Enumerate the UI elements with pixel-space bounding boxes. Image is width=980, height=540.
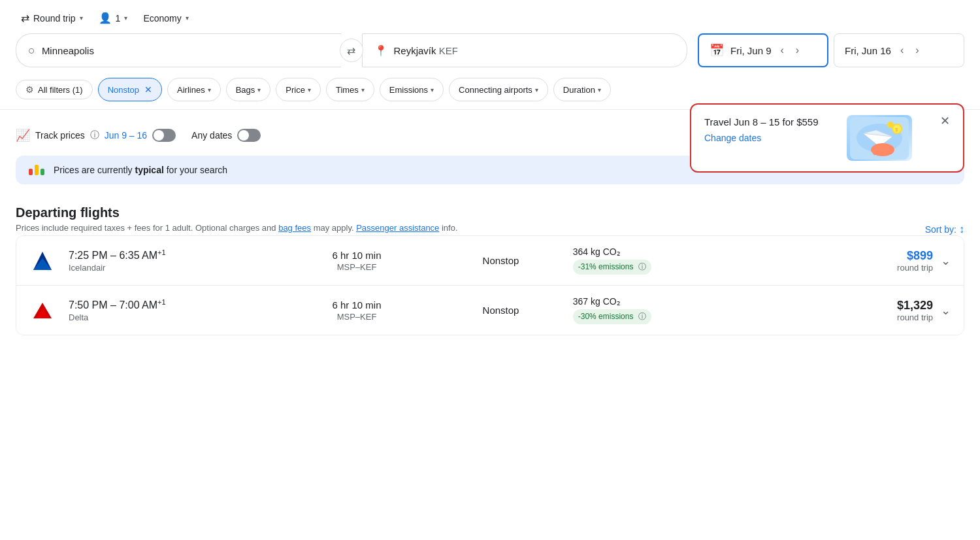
flight-2-duration: 6 hr 10 min MSP–KEF	[285, 299, 429, 322]
flight-1-stops: Nonstop	[429, 255, 573, 266]
flight-2-expand-button[interactable]: ⌄	[941, 303, 951, 318]
sort-icon: ↕	[959, 224, 964, 235]
svg-marker-14	[33, 258, 52, 270]
prices-highlight: typical	[135, 165, 163, 175]
calendar-icon: 📅	[710, 43, 724, 58]
emissions-filter-button[interactable]: Emissions ▾	[380, 78, 444, 101]
connecting-airports-filter-button[interactable]: Connecting airports ▾	[449, 78, 548, 101]
connecting-airports-label: Connecting airports	[459, 85, 532, 95]
flight-2-emissions-badge: -30% emissions ⓘ	[573, 309, 651, 324]
sort-button[interactable]: Sort by: ↕	[925, 224, 964, 235]
passengers-selector[interactable]: 👤 1 ▾	[93, 8, 133, 28]
swap-icon: ⇄	[21, 12, 29, 24]
return-prev-button[interactable]: ‹	[898, 43, 906, 58]
any-dates-toggle[interactable]	[237, 129, 261, 142]
trip-type-selector[interactable]: ⇄ Round trip ▾	[16, 8, 88, 28]
airlines-label: Airlines	[177, 85, 205, 95]
track-prices-label: Track prices	[35, 130, 85, 141]
return-date-value: Fri, Jun 16	[845, 45, 891, 56]
top-bar: ⇄ Round trip ▾ 👤 1 ▾ Economy ▾	[0, 0, 980, 33]
return-date-input[interactable]: Fri, Jun 16 ‹ ›	[834, 33, 964, 67]
times-label: Times	[336, 85, 359, 95]
destination-pin-icon: 📍	[374, 44, 387, 57]
prices-info-text: Prices are currently typical for your se…	[54, 165, 227, 175]
emissions-chevron: ▾	[431, 86, 434, 93]
trip-type-chevron: ▾	[80, 14, 83, 22]
depart-prev-button[interactable]: ‹	[778, 43, 787, 58]
all-filters-button[interactable]: ⚙ All filters (1)	[16, 80, 93, 99]
flight-1-airline: Icelandair	[69, 263, 285, 273]
cabin-chevron: ▾	[186, 14, 189, 22]
flight-row[interactable]: 7:25 PM – 6:35 AM+1 Icelandair 6 hr 10 m…	[16, 236, 964, 286]
passengers-label: 1	[116, 13, 121, 24]
svg-rect-8	[889, 146, 892, 154]
flight-1-emissions-badge: -31% emissions ⓘ	[573, 260, 651, 275]
origin-value: Minneapolis	[42, 45, 94, 56]
origin-dot-icon: ○	[28, 44, 35, 58]
depart-next-button[interactable]: ›	[793, 43, 802, 58]
flight-1-expand-button[interactable]: ⌄	[941, 254, 951, 268]
airlines-filter-button[interactable]: Airlines ▾	[167, 78, 221, 101]
any-dates-label: Any dates	[191, 130, 232, 141]
passenger-assistance-link[interactable]: Passenger assistance	[356, 223, 439, 233]
nonstop-label: Nonstop	[108, 85, 139, 95]
flight-list: 7:25 PM – 6:35 AM+1 Icelandair 6 hr 10 m…	[16, 235, 964, 335]
origin-input[interactable]: ○ Minneapolis	[16, 33, 341, 67]
price-label: Price	[286, 85, 305, 95]
price-suggestion-card: Travel Jun 8 – 15 for $559 Change dates	[690, 103, 964, 173]
bags-label: Bags	[236, 85, 255, 95]
bags-filter-button[interactable]: Bags ▾	[226, 78, 271, 101]
connecting-airports-chevron: ▾	[535, 86, 538, 93]
nonstop-filter-button[interactable]: Nonstop ✕	[98, 78, 162, 101]
flight-1-time: 7:25 PM – 6:35 AM+1	[69, 248, 285, 262]
filter-sliders-icon: ⚙	[25, 84, 34, 95]
flight-1-duration: 6 hr 10 min MSP–KEF	[285, 250, 429, 272]
cabin-selector[interactable]: Economy ▾	[138, 9, 193, 27]
destination-value: Reykjavík KEF	[394, 45, 458, 56]
flight-2-time: 7:50 PM – 7:00 AM+1	[69, 298, 285, 311]
duration-chevron: ▾	[598, 86, 601, 93]
suggestion-text-area: Travel Jun 8 – 15 for $559 Change dates	[704, 115, 819, 143]
price-filter-button[interactable]: Price ▾	[276, 78, 321, 101]
airline-logo-icelandair	[29, 248, 56, 274]
nonstop-remove-icon[interactable]: ✕	[144, 84, 152, 95]
track-prices-item: 📈 Track prices ⓘ Jun 9 – 16	[16, 128, 176, 143]
svg-rect-5	[873, 146, 877, 155]
suggestion-illustration: $	[850, 117, 909, 160]
price-bars-icon	[29, 165, 44, 175]
svg-text:$: $	[895, 127, 898, 133]
flight-row[interactable]: 7:50 PM – 7:00 AM+1 Delta 6 hr 10 min MS…	[16, 286, 964, 335]
emissions-info-icon[interactable]: ⓘ	[638, 262, 646, 271]
flight-1-times: 7:25 PM – 6:35 AM+1 Icelandair	[69, 248, 285, 273]
flight-1-price-amount: $899	[789, 249, 934, 263]
flight-2-times: 7:50 PM – 7:00 AM+1 Delta	[69, 298, 285, 322]
departing-subtitle: Prices include required taxes + fees for…	[16, 223, 458, 233]
all-filters-label: All filters (1)	[38, 85, 83, 95]
emissions-2-info-icon[interactable]: ⓘ	[638, 312, 646, 321]
times-filter-button[interactable]: Times ▾	[326, 78, 374, 101]
flight-2-price-type: round trip	[789, 312, 934, 322]
track-prices-toggle[interactable]	[152, 129, 176, 142]
return-next-button[interactable]: ›	[913, 43, 921, 58]
change-dates-link[interactable]: Change dates	[704, 133, 819, 143]
person-icon: 👤	[99, 12, 112, 24]
bag-fees-link[interactable]: bag fees	[278, 223, 311, 233]
trending-up-icon: 📈	[16, 128, 30, 143]
passengers-chevron: ▾	[124, 14, 127, 22]
close-suggestion-button[interactable]: ✕	[940, 115, 950, 127]
duration-filter-button[interactable]: Duration ▾	[553, 78, 611, 101]
flight-1-price: $899 round trip	[789, 249, 934, 273]
swap-button[interactable]: ⇄	[340, 39, 363, 62]
suggestion-title: Travel Jun 8 – 15 for $559	[704, 115, 819, 129]
depart-date-value: Fri, Jun 9	[730, 45, 772, 56]
flight-2-price-amount: $1,329	[789, 299, 934, 312]
cabin-label: Economy	[143, 13, 181, 24]
depart-date-input[interactable]: 📅 Fri, Jun 9 ‹ ›	[698, 33, 828, 67]
svg-rect-7	[883, 145, 888, 154]
flight-1-emissions: 364 kg CO₂ -31% emissions ⓘ	[573, 246, 789, 275]
svg-rect-6	[878, 144, 883, 154]
destination-input[interactable]: 📍 Reykjavík KEF	[362, 33, 688, 67]
suggestion-image: $	[847, 115, 912, 161]
track-info-icon[interactable]: ⓘ	[90, 129, 99, 141]
flight-2-airline: Delta	[69, 312, 285, 322]
